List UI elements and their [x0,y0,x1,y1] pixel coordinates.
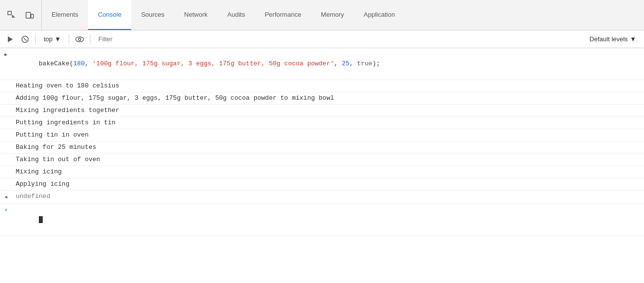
device-toggle-icon[interactable] [23,8,36,22]
tab-network[interactable]: Network [175,0,218,30]
tab-bar: Elements Console Sources Network Audits … [0,0,644,30]
inspect-element-icon[interactable] [5,8,19,22]
clear-console-icon[interactable] [19,33,31,46]
console-command-line[interactable]: ▶ bakeCake(180, '100g flour, 175g sugar,… [0,48,644,80]
line-indent [0,130,12,131]
log-line: Baking for 25 minutes [0,142,644,154]
log-text: Heating oven to 180 celsius [12,81,644,91]
tab-console[interactable]: Console [88,0,131,30]
log-line: Putting tin in oven [0,129,644,142]
console-prompt-line[interactable]: › [0,204,644,236]
log-text: Putting ingredients in tin [12,118,644,128]
tab-performance[interactable]: Performance [255,0,311,30]
line-indent [0,179,12,180]
svg-rect-1 [26,12,30,18]
tab-elements[interactable]: Elements [42,0,88,30]
tab-application[interactable]: Application [354,0,405,30]
return-value-text: undefined [12,192,644,201]
devtools-icons [0,0,42,30]
svg-rect-2 [31,14,33,18]
log-text: Baking for 25 minutes [12,142,644,152]
return-value-line: ◀ undefined [0,191,644,204]
log-text: Applying icing [12,179,644,189]
log-line: Adding 100g flour, 175g sugar, 3 eggs, 1… [0,92,644,105]
svg-point-7 [78,38,81,40]
line-indent [0,106,12,106]
log-text: Mixing ingredients together [12,106,644,115]
line-indent [0,155,12,155]
toolbar-divider-2 [69,34,69,44]
console-content: ▶ bakeCake(180, '100g flour, 175g sugar,… [0,48,644,283]
log-text: Putting tin in oven [12,130,644,140]
tab-sources[interactable]: Sources [131,0,175,30]
command-text: bakeCake(180, '100g flour, 175g sugar, 3… [12,49,644,79]
cursor [39,216,43,223]
context-selector[interactable]: top ▼ [40,33,65,46]
prompt-indicator: › [0,205,12,215]
log-line: Mixing icing [0,166,644,178]
line-indent [0,118,12,118]
line-indent [0,142,12,143]
line-indent [0,81,12,82]
svg-line-5 [24,38,27,41]
execute-script-icon[interactable] [4,33,17,46]
tab-audits[interactable]: Audits [217,0,255,30]
log-text: Taking tin out of oven [12,155,644,165]
log-line: Putting ingredients in tin [0,117,644,129]
filter-input[interactable] [94,35,584,43]
return-arrow: ◀ [0,192,12,202]
log-line: Applying icing [0,178,644,191]
log-line: Mixing ingredients together [0,105,644,117]
toolbar-divider-3 [90,34,90,44]
tab-memory[interactable]: Memory [311,0,354,30]
prompt-input[interactable] [12,205,644,234]
svg-rect-0 [8,11,11,15]
console-toolbar: top ▼ Default levels ▼ [0,30,644,48]
log-line: Taking tin out of oven [0,154,644,166]
svg-marker-3 [8,36,13,42]
default-levels-dropdown[interactable]: Default levels ▼ [585,35,640,43]
log-text: Mixing icing [12,167,644,177]
line-indent [0,93,12,94]
log-line: Heating oven to 180 celsius [0,80,644,92]
toolbar-divider-1 [35,34,36,44]
expand-arrow[interactable]: ▶ [0,49,12,60]
line-indent [0,167,12,168]
live-expressions-icon[interactable] [73,33,86,46]
log-text: Adding 100g flour, 175g sugar, 3 eggs, 1… [12,93,644,103]
svg-point-6 [76,37,84,42]
